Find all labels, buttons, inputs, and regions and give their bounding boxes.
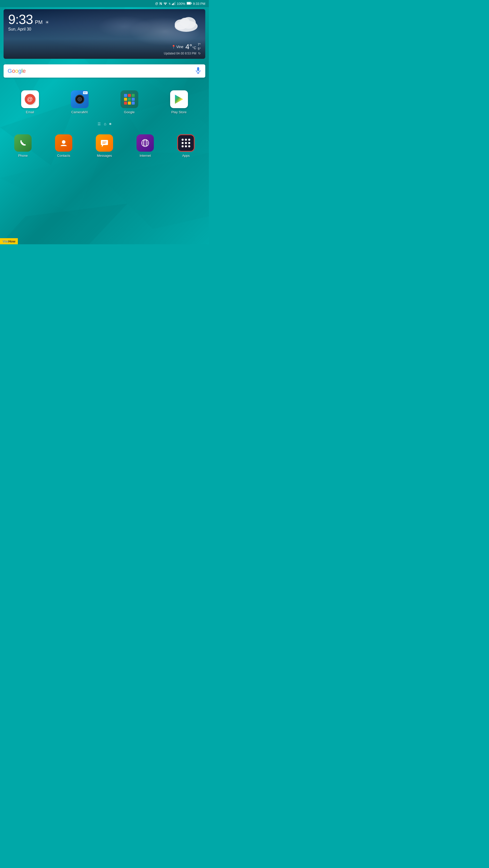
dock-internet[interactable]: Internet: [135, 134, 155, 157]
signal-icon: [172, 2, 175, 6]
weather-bottom: 📍 Vine 4°°C 7° 5° Updated 04-30 8:53 PM …: [164, 42, 201, 55]
playstore-icon: [170, 90, 188, 108]
apps-grid: @ Email MX CameraMX Google: [0, 85, 209, 117]
playstore-label: Play Store: [171, 110, 187, 114]
svg-rect-16: [191, 3, 192, 4]
refresh-icon: ↻: [198, 52, 201, 55]
location-name: Vine: [176, 45, 183, 49]
status-icons: @ N ⇅ 100% 9:: [155, 2, 205, 6]
cameramx-icon: MX: [71, 90, 89, 108]
indicator-menu: ☰: [97, 122, 101, 126]
email-icon: @: [21, 90, 39, 108]
cameramx-label: CameraMX: [71, 110, 88, 114]
battery-percent: 100%: [177, 2, 185, 6]
status-bar: @ N ⇅ 100% 9:: [0, 0, 209, 7]
internet-icon: [137, 134, 154, 152]
weather-date: Sun, April 30: [8, 27, 201, 32]
indicator-dot: [109, 123, 111, 125]
svg-point-26: [62, 140, 65, 144]
messages-label: Messages: [97, 154, 112, 157]
messages-icon: [96, 134, 113, 152]
network-icon: @: [155, 2, 158, 5]
app-cameramx[interactable]: MX CameraMX: [69, 90, 90, 114]
apps-icon: [177, 134, 195, 152]
email-label: Email: [26, 110, 34, 114]
indicator-home[interactable]: ⌂: [104, 122, 107, 126]
location-pin-icon: 📍: [171, 45, 176, 49]
svg-rect-27: [101, 140, 108, 145]
svg-marker-8: [102, 153, 209, 229]
svg-rect-17: [187, 2, 191, 4]
google-logo: Google: [8, 68, 26, 74]
weather-time: 9:33: [8, 13, 33, 26]
dock-messages[interactable]: Messages: [94, 134, 115, 157]
svg-rect-12: [173, 3, 174, 5]
sync-icon: ⇅: [169, 2, 171, 5]
svg-rect-14: [175, 2, 175, 5]
phone-label: Phone: [18, 154, 28, 157]
app-email[interactable]: @ Email: [20, 90, 40, 114]
google-app-icon: [120, 90, 138, 108]
microphone-icon[interactable]: [195, 67, 201, 75]
phone-icon: [14, 134, 32, 152]
battery-icon: [187, 2, 192, 6]
contacts-label: Contacts: [57, 154, 70, 157]
svg-point-10: [165, 4, 166, 5]
wifi-icon: [163, 2, 167, 6]
app-google[interactable]: Google: [119, 90, 140, 114]
svg-marker-28: [102, 145, 104, 147]
clock: 9:33 PM: [193, 2, 205, 6]
network-label: N: [160, 2, 162, 6]
weather-widget[interactable]: 9:33 PM ☀ Sun, April 30 📍 Vine 4°°C 7° 5…: [4, 9, 205, 59]
svg-marker-25: [175, 95, 183, 104]
internet-label: Internet: [140, 154, 151, 157]
google-label: Google: [124, 110, 135, 114]
svg-rect-11: [172, 4, 173, 5]
search-bar[interactable]: Google: [4, 64, 205, 78]
svg-rect-22: [197, 67, 199, 71]
weather-period: PM: [35, 19, 42, 25]
visihow-watermark: VisiHow: [0, 238, 18, 244]
dock-phone[interactable]: Phone: [13, 134, 33, 157]
app-playstore[interactable]: Play Store: [169, 90, 189, 114]
apps-label: Apps: [182, 154, 190, 157]
temp-display: 4°°C: [185, 43, 196, 51]
visihow-text: VisiHow: [3, 240, 15, 243]
dock: Phone Contacts Messages: [0, 131, 209, 157]
page-indicators: ☰ ⌂: [0, 122, 209, 126]
svg-rect-13: [174, 2, 175, 5]
weather-location: 📍 Vine 4°°C 7° 5°: [164, 42, 201, 51]
weather-content: 9:33 PM ☀ Sun, April 30: [4, 9, 205, 35]
sun-icon: ☀: [45, 20, 49, 25]
dock-apps[interactable]: Apps: [176, 134, 196, 157]
dock-contacts[interactable]: Contacts: [54, 134, 74, 157]
weather-updated: Updated 04-30 8:53 PM ↻: [164, 52, 201, 55]
temp-range: 7° 5°: [198, 42, 201, 51]
contacts-icon: [55, 134, 72, 152]
